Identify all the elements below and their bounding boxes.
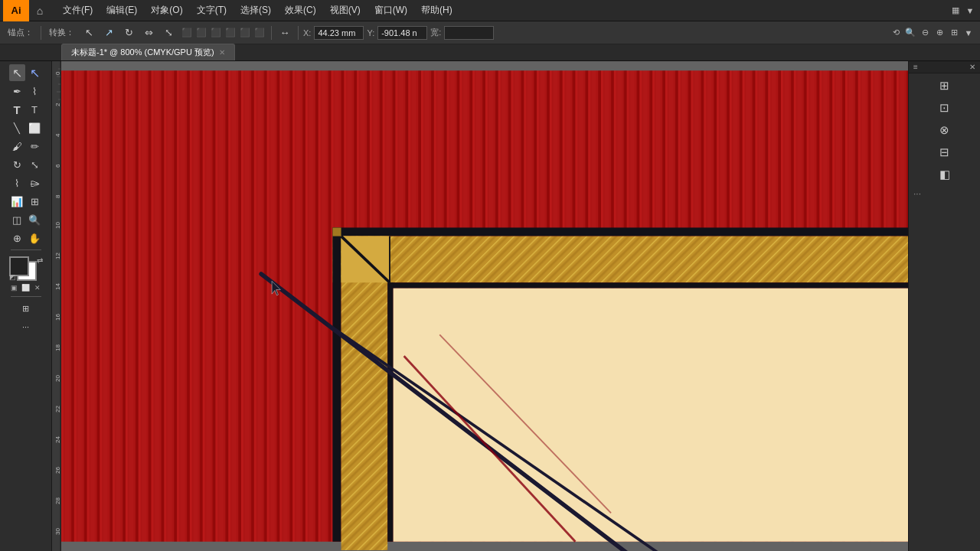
rotate-icon[interactable]: ↻	[120, 24, 137, 41]
svg-text:6: 6	[54, 164, 61, 168]
extra-tools[interactable]: ···	[9, 318, 43, 335]
align-left-icon[interactable]: ⬛	[180, 26, 194, 40]
type-tool[interactable]: T	[9, 101, 25, 118]
svg-text:18: 18	[54, 344, 61, 351]
color-boxes: ⇄ ◩	[9, 256, 43, 281]
align-bottom-icon[interactable]: ⬛	[253, 26, 266, 40]
svg-text:28: 28	[54, 497, 61, 504]
home-icon[interactable]: ⌂	[31, 2, 49, 20]
right-panel: ≡ ✕ ⊞ ⊡ ⊗ ⊟ ◧ ···	[908, 61, 980, 551]
direct-select-icon[interactable]: ↗	[100, 24, 117, 41]
pencil-tool[interactable]: ✏	[27, 138, 43, 155]
pen-tool[interactable]: ✒	[9, 83, 25, 99]
rotate-tool[interactable]: ↻	[9, 156, 25, 173]
panel-layers-icon[interactable]: ◧	[934, 164, 956, 185]
zoom-out-icon[interactable]: ⊖	[918, 26, 932, 40]
canvas-area[interactable]	[61, 61, 908, 551]
zoom-tool[interactable]: ⊕	[9, 230, 25, 246]
menu-effects[interactable]: 效果(C)	[279, 2, 322, 18]
svg-rect-97	[332, 227, 341, 541]
mesh-tool[interactable]: ⊞	[27, 193, 43, 210]
stroke-button[interactable]: ⬜	[21, 282, 31, 293]
search-icon[interactable]: 🔍	[903, 26, 917, 40]
distribute-icon[interactable]: ↔	[276, 24, 293, 41]
x-label: X:	[303, 28, 311, 37]
panel-transform-icon[interactable]: ⊡	[934, 97, 956, 119]
scale-icon[interactable]: ⤡	[160, 24, 177, 41]
select-tool[interactable]: ↖	[9, 64, 25, 81]
panel-header: ≡ ✕	[909, 61, 980, 73]
column-graph-tool[interactable]: 📊	[9, 193, 25, 210]
paint-brush-tool[interactable]: 🖌	[9, 138, 25, 155]
width-tool[interactable]: ⌲	[27, 174, 43, 191]
artwork-svg	[61, 61, 908, 551]
menu-text[interactable]: 文字(T)	[191, 2, 233, 18]
tab-bar: 未标题-1* @ 800% (CMYK/GPU 预览) ✕	[0, 44, 980, 61]
menu-view[interactable]: 视图(V)	[324, 2, 367, 18]
align-middle-icon[interactable]: ⬛	[238, 26, 252, 40]
y-input[interactable]	[377, 26, 427, 40]
align-top-icon[interactable]: ⬛	[224, 26, 237, 40]
swap-colors-icon[interactable]: ⇄	[37, 256, 43, 265]
menu-file[interactable]: 文件(F)	[57, 2, 99, 18]
y-label: Y:	[367, 28, 374, 37]
workspace-switcher[interactable]: ▦	[949, 4, 962, 18]
reflect-icon[interactable]: ⇔	[140, 24, 157, 41]
workspace-menu[interactable]: ▼	[963, 4, 977, 18]
svg-rect-99	[387, 282, 393, 542]
gradient-tool[interactable]: ◫	[9, 211, 25, 228]
panel-align-icon[interactable]: ⊟	[934, 142, 956, 163]
panel-close[interactable]: ✕	[969, 63, 975, 71]
line-tool[interactable]: ╲	[9, 119, 25, 136]
scale-tool[interactable]: ⤡	[27, 156, 43, 173]
curvature-tool[interactable]: ⌇	[27, 83, 43, 99]
type-tools: T T	[9, 101, 43, 118]
menu-window[interactable]: 窗口(W)	[368, 2, 413, 18]
tab-document[interactable]: 未标题-1* @ 800% (CMYK/GPU 预览) ✕	[61, 44, 235, 60]
toolbar: 锚点： 转换： ↖ ↗ ↻ ⇔ ⤡ ⬛ ⬛ ⬛ ⬛ ⬛ ⬛ ↔ X: Y: 宽:…	[0, 21, 980, 44]
default-colors-icon[interactable]: ◩	[9, 273, 16, 281]
menu-edit[interactable]: 编辑(E)	[100, 2, 143, 18]
align-center-icon[interactable]: ⬛	[194, 26, 208, 40]
artboard-tool[interactable]: ⊞	[9, 300, 43, 317]
tool-sep-1	[11, 249, 41, 250]
warp-tools: ⌇ ⌲	[9, 174, 43, 191]
zoom-tools: ⊕ ✋	[9, 230, 43, 246]
touch-type-tool[interactable]: T	[27, 101, 43, 118]
panel-pathfinder-icon[interactable]: ⊗	[934, 119, 956, 141]
align-right-icon[interactable]: ⬛	[209, 26, 223, 40]
reset-icon[interactable]: ⟲	[889, 26, 903, 40]
zoom-in-icon[interactable]: ⊕	[933, 26, 946, 40]
menu-select[interactable]: 选择(S)	[234, 2, 277, 18]
svg-rect-95	[332, 236, 908, 283]
direct-select-tool[interactable]: ↖	[27, 64, 43, 81]
menu-help[interactable]: 帮助(H)	[415, 2, 459, 18]
view-icon[interactable]: ⊞	[947, 26, 961, 40]
fill-button[interactable]: ▣	[9, 282, 19, 293]
width-input[interactable]	[444, 26, 494, 40]
pen-tools: ✒ ⌇	[9, 83, 43, 99]
svg-text:0: 0	[54, 71, 61, 75]
panel-more[interactable]: ···	[909, 187, 980, 201]
tab-label: 未标题-1* @ 800% (CMYK/GPU 预览)	[71, 47, 214, 58]
paint-tools: 🖌 ✏	[9, 138, 43, 155]
menu-object[interactable]: 对象(O)	[145, 2, 188, 18]
panel-grid-icon[interactable]: ⊞	[934, 75, 956, 96]
select-tool-icon[interactable]: ↖	[80, 24, 97, 41]
ruler-left-svg: 0 2 4 6 8 10 12 14 16 18 20 22 24 26	[52, 61, 61, 551]
anchor-label: 锚点：	[5, 27, 36, 38]
warp-tool[interactable]: ⌇	[9, 174, 25, 191]
gradient-tools: ◫ 🔍	[9, 211, 43, 228]
hand-tool[interactable]: ✋	[27, 230, 43, 246]
none-button[interactable]: ✕	[32, 282, 42, 293]
toolbar-sep-2	[271, 26, 272, 40]
eyedrop-tool[interactable]: 🔍	[27, 211, 43, 228]
svg-text:8: 8	[54, 194, 61, 198]
more-icon[interactable]: ▼	[962, 26, 975, 40]
selection-tools: ↖ ↖	[9, 64, 43, 81]
x-input[interactable]	[314, 26, 364, 40]
svg-text:22: 22	[54, 406, 61, 412]
tab-close-button[interactable]: ✕	[219, 48, 225, 57]
shape-tool[interactable]: ⬜	[27, 119, 43, 136]
svg-marker-103	[332, 227, 341, 236]
